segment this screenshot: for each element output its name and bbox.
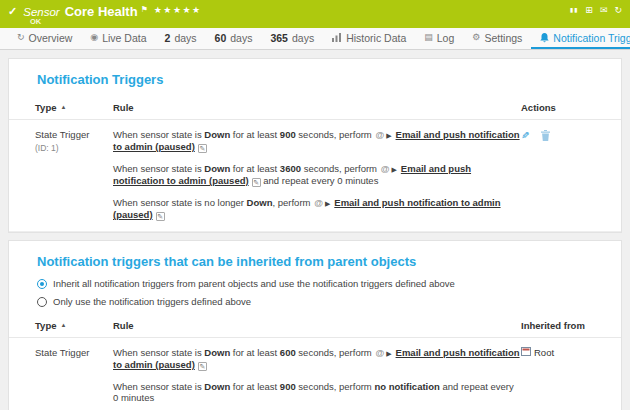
tab-days[interactable]: 60days xyxy=(206,28,262,49)
at-icon: @ xyxy=(375,348,384,358)
delete-trigger-icon[interactable] xyxy=(541,130,550,143)
column-label-type: Type xyxy=(35,102,56,113)
tab-label: Log xyxy=(437,32,455,44)
tab-label: days xyxy=(174,32,196,44)
column-header-rule: Rule xyxy=(113,320,521,331)
add-report-icon[interactable]: ⊞ xyxy=(585,5,593,15)
root-group-icon xyxy=(521,347,531,358)
radio-label: Only use the notification triggers defin… xyxy=(53,296,251,307)
sort-asc-icon: ▲ xyxy=(60,322,66,328)
column-label-type: Type xyxy=(35,320,56,331)
radio-option-only-defined[interactable]: Only use the notification triggers defin… xyxy=(37,296,621,307)
tab-label: days xyxy=(292,32,314,44)
tab-label: Notification Triggers xyxy=(553,32,630,44)
section-title-notification-triggers: Notification Triggers xyxy=(37,72,593,87)
radio-label: Inherit all notification triggers from p… xyxy=(53,278,455,289)
tab-label: Historic Data xyxy=(346,32,406,44)
at-icon: @ xyxy=(375,130,384,140)
at-icon: @ xyxy=(381,164,390,174)
status-check-icon: ✓ xyxy=(8,5,17,18)
rule-line: When sensor state is Down for at least 9… xyxy=(113,129,521,153)
tab-overview[interactable]: ↻Overview xyxy=(8,28,81,49)
edit-icon[interactable]: ✎ xyxy=(252,178,261,187)
section-title-inherited: Notification triggers that can be inheri… xyxy=(37,254,593,269)
flag-icon: ⚑ xyxy=(141,5,148,14)
play-icon: ▶ xyxy=(386,350,391,357)
trigger-type: State Trigger xyxy=(35,347,113,358)
tab-label: Live Data xyxy=(102,32,146,44)
header-toolbar: ▮▮ ⊞ ✉ ↻ xyxy=(570,5,622,15)
at-icon: @ xyxy=(314,198,323,208)
refresh-icon[interactable]: ↻ xyxy=(614,5,622,15)
panel-inherited-triggers: Notification triggers that can be inheri… xyxy=(8,240,622,410)
table-header: Type▲ Rule Actions xyxy=(9,96,621,120)
edit-icon[interactable]: ✎ xyxy=(198,362,207,371)
play-icon: ▶ xyxy=(391,166,396,173)
tab-historic-data[interactable]: Historic Data xyxy=(323,28,415,49)
panel-notification-triggers: Notification Triggers Type▲ Rule Actions… xyxy=(8,58,622,233)
play-icon: ▶ xyxy=(386,132,391,139)
table-header: Type▲ Rule Inherited from xyxy=(9,314,621,338)
column-header-actions: Actions xyxy=(521,102,621,113)
tab-settings[interactable]: ⚙Settings xyxy=(463,28,531,49)
email-icon[interactable]: ✉ xyxy=(600,5,608,15)
tab-number: 60 xyxy=(215,32,227,44)
sensor-header: ✓ Sensor Core Health ⚑ ★★★★★ OK ▮▮ ⊞ ✉ ↻ xyxy=(0,0,630,28)
play-icon: ▶ xyxy=(325,200,330,207)
tab-number: 365 xyxy=(270,32,288,44)
tab-label: days xyxy=(230,32,252,44)
overview-icon: ↻ xyxy=(17,33,25,42)
trigger-row: State Trigger (ID: 1) When sensor state … xyxy=(9,120,621,232)
edit-icon[interactable]: ✎ xyxy=(156,212,165,221)
column-header-rule: Rule xyxy=(113,102,521,113)
page-title: Core Health xyxy=(65,4,138,19)
edit-trigger-icon[interactable]: ✎ xyxy=(521,130,529,141)
tab-label: Overview xyxy=(29,32,73,44)
trigger-row: State Trigger When sensor state is Down … xyxy=(9,338,621,410)
rule-line: When sensor state is Down for at least 9… xyxy=(113,381,521,403)
tab-notification-triggers[interactable]: Notification Triggers xyxy=(531,28,630,49)
column-header-type[interactable]: Type▲ xyxy=(35,320,113,331)
tab-bar: ↻Overview◉Live Data2days60days365daysHis… xyxy=(0,28,630,50)
tab-log[interactable]: ▤Log xyxy=(415,28,463,49)
status-badge: OK xyxy=(30,17,41,26)
column-header-inherited-from: Inherited from xyxy=(521,320,621,331)
radio-option-inherit-all[interactable]: Inherit all notification triggers from p… xyxy=(37,278,621,289)
pause-icon[interactable]: ▮▮ xyxy=(570,5,579,15)
inherited-from-link[interactable]: Root xyxy=(534,347,554,358)
trigger-type: State Trigger xyxy=(35,129,113,140)
tab-days[interactable]: 365days xyxy=(261,28,323,49)
tab-label: Settings xyxy=(484,32,522,44)
priority-stars[interactable]: ★★★★★ xyxy=(154,5,202,15)
historic-data-icon xyxy=(332,33,342,42)
edit-icon[interactable]: ✎ xyxy=(198,144,207,153)
trigger-id: (ID: 1) xyxy=(35,143,113,153)
notification-bell-icon xyxy=(540,33,549,43)
rule-line: When sensor state is Down for at least 3… xyxy=(113,163,521,187)
object-kind-label: Sensor xyxy=(23,6,59,18)
log-icon: ▤ xyxy=(424,33,433,42)
settings-icon: ⚙ xyxy=(472,33,480,42)
rule-line: When sensor state is no longer Down, per… xyxy=(113,197,521,221)
column-header-type[interactable]: Type▲ xyxy=(35,102,113,113)
radio-unselected-icon[interactable] xyxy=(37,297,47,307)
sort-asc-icon: ▲ xyxy=(60,104,66,110)
tab-live-data[interactable]: ◉Live Data xyxy=(81,28,155,49)
main-content: Notification Triggers Type▲ Rule Actions… xyxy=(0,50,630,410)
tab-days[interactable]: 2days xyxy=(156,28,206,49)
tab-number: 2 xyxy=(165,32,171,44)
rule-line: When sensor state is Down for at least 6… xyxy=(113,347,521,371)
live-data-icon: ◉ xyxy=(90,33,98,42)
radio-selected-icon[interactable] xyxy=(37,279,47,289)
